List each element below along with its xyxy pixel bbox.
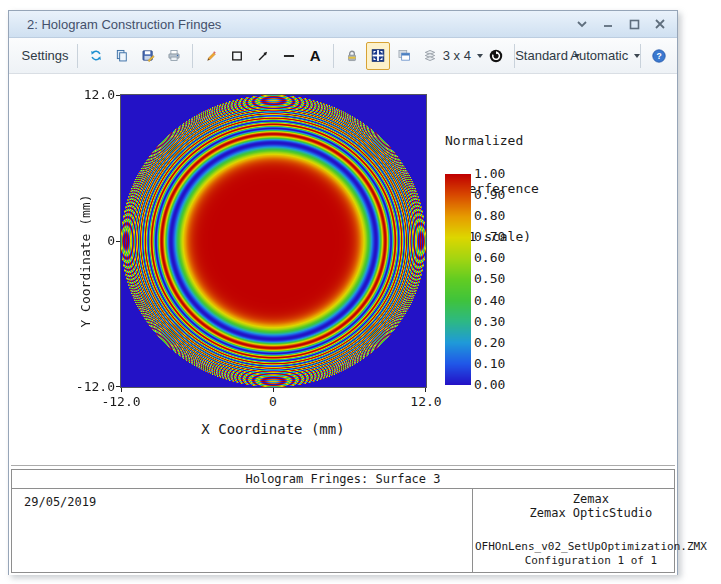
- copy-button[interactable]: [110, 42, 134, 70]
- footer-title: Hologram Fringes: Surface 3: [12, 470, 674, 489]
- automatic-label: Automatic: [570, 48, 628, 63]
- footer-separator: [11, 465, 675, 466]
- chevron-down-icon: [577, 20, 587, 28]
- colorbar-tick: 0.50: [474, 273, 505, 285]
- y-tick-mark: [116, 241, 120, 242]
- duplicate-window-button[interactable]: [392, 42, 416, 70]
- footer-product: Zemax OpticStudio: [475, 506, 707, 520]
- x-tick-label: 12.0: [410, 395, 441, 408]
- fit-window-icon: [371, 47, 385, 64]
- pencil-icon: [204, 47, 218, 64]
- layers-icon: [423, 47, 437, 64]
- fit-window-button[interactable]: [366, 42, 390, 70]
- footer-date: 29/05/2019: [12, 489, 472, 572]
- grid-size-label: 3 x 4: [443, 48, 471, 63]
- standard-label: Standard: [515, 48, 568, 63]
- line-icon: [282, 47, 296, 65]
- y-axis-label: Y Coordinate (mm): [78, 194, 93, 327]
- lock-icon: [345, 47, 359, 64]
- pencil-tool-button[interactable]: [199, 42, 223, 70]
- surface-stack-button[interactable]: [418, 42, 442, 70]
- window-menu-button[interactable]: [575, 17, 589, 31]
- maximize-button[interactable]: [627, 17, 641, 31]
- settings-button[interactable]: Settings: [15, 42, 71, 70]
- footer-panel: Hologram Fringes: Surface 3 29/05/2019 Z…: [11, 469, 675, 573]
- grid-size-dropdown[interactable]: 3 x 4: [444, 42, 481, 70]
- x-tick-label: 0: [269, 395, 277, 408]
- close-icon: [655, 19, 665, 29]
- minimize-icon: [603, 19, 613, 29]
- rectangle-icon: [230, 47, 244, 65]
- fringe-canvas[interactable]: [121, 95, 426, 387]
- colorbar-tick: 0.60: [474, 252, 505, 264]
- x-tick-mark: [273, 388, 274, 392]
- help-icon: ?: [652, 47, 666, 65]
- window-title: 2: Hologram Construction Fringes: [27, 17, 221, 32]
- copy-icon: [115, 47, 129, 64]
- svg-text:?: ?: [656, 51, 661, 61]
- x-tick-label: -12.0: [101, 395, 140, 408]
- toolbar-separator: [192, 44, 193, 68]
- colorbar-tick: 0.80: [474, 210, 505, 222]
- colorbar-tick-labels: 1.00 0.90 0.80 0.70 0.60 0.50 0.40 0.30 …: [474, 168, 505, 391]
- colorbar-tick: 0.00: [474, 379, 505, 391]
- standard-dropdown[interactable]: Standard: [521, 42, 575, 70]
- toolbar: Settings: [9, 38, 677, 74]
- footer-filename: OFHOnLens_v02_SetUpOptimization.ZMX: [475, 540, 707, 554]
- arrow-icon: [256, 47, 270, 65]
- minimize-button[interactable]: [601, 17, 615, 31]
- refresh-button[interactable]: [84, 42, 108, 70]
- rectangle-tool-button[interactable]: [225, 42, 249, 70]
- colorbar-tick: 0.90: [474, 189, 505, 201]
- y-tick-label: 0: [67, 234, 115, 247]
- colorbar-tick: 1.00: [474, 168, 505, 180]
- text-tool-icon: A: [310, 47, 321, 64]
- lock-button[interactable]: [340, 42, 364, 70]
- maximize-icon: [629, 19, 640, 30]
- colorbar-tick: 0.40: [474, 295, 505, 307]
- print-button[interactable]: [162, 42, 186, 70]
- footer-info-cell: Zemax Zemax OpticStudio OFHOnLens_v02_Se…: [472, 489, 709, 572]
- colorbar-tick: 0.10: [474, 358, 505, 370]
- x-tick-mark: [425, 388, 426, 392]
- toolbar-separator: [77, 44, 78, 68]
- line-tool-button[interactable]: [277, 42, 301, 70]
- arrow-tool-button[interactable]: [251, 42, 275, 70]
- y-tick-label: -12.0: [67, 380, 115, 393]
- x-axis-label: X Coordinate (mm): [201, 421, 344, 437]
- colorbar-tick: 0.20: [474, 337, 505, 349]
- colorbar-tick: 0.30: [474, 316, 505, 328]
- y-tick-mark: [116, 386, 120, 387]
- analysis-window: 2: Hologram Construction Fringes Setting…: [8, 10, 678, 575]
- close-button[interactable]: [653, 17, 667, 31]
- plot-client-area: Y Coordinate (mm) 12.0 0 -12.0 -12.0 0 1…: [9, 74, 677, 575]
- footer-company: Zemax: [475, 492, 707, 506]
- duplicate-window-icon: [397, 47, 411, 64]
- x-tick-mark: [121, 388, 122, 392]
- window-titlebar[interactable]: 2: Hologram Construction Fringes: [9, 11, 677, 38]
- automatic-dropdown[interactable]: Automatic: [577, 42, 634, 70]
- print-icon: [167, 47, 181, 64]
- toolbar-separator: [640, 44, 641, 68]
- help-button[interactable]: ?: [647, 42, 671, 70]
- refresh-icon: [89, 47, 103, 64]
- rotate-config-icon: [489, 47, 503, 65]
- save-button[interactable]: [136, 42, 160, 70]
- y-tick-label: 12.0: [67, 88, 115, 101]
- text-tool-button[interactable]: A: [303, 42, 327, 70]
- colorbar-tick: 0.70: [474, 231, 505, 243]
- configuration-rotate-button[interactable]: [484, 42, 508, 70]
- plot-area[interactable]: Y Coordinate (mm): [120, 94, 427, 388]
- y-tick-mark: [116, 95, 120, 96]
- footer-configuration: Configuration 1 of 1: [475, 554, 707, 568]
- save-icon: [141, 47, 155, 64]
- window-controls: [575, 17, 667, 31]
- settings-label: Settings: [22, 48, 69, 63]
- colorbar-canvas: [445, 174, 471, 385]
- toolbar-separator: [333, 44, 334, 68]
